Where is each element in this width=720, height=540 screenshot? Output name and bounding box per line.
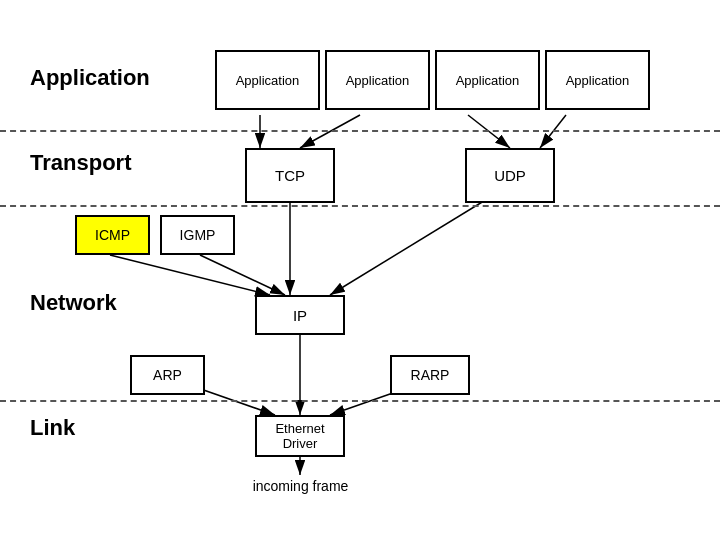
- divider-transport-network: [0, 205, 720, 207]
- application-layer-label: Application: [30, 65, 150, 91]
- network-layer-label: Network: [30, 290, 117, 316]
- diagram: Application Transport Network Link Appli…: [0, 0, 720, 540]
- transport-layer-label: Transport: [30, 150, 131, 176]
- app-box-4: Application: [545, 50, 650, 110]
- svg-line-8: [110, 255, 270, 295]
- svg-line-9: [200, 255, 285, 295]
- udp-box: UDP: [465, 148, 555, 203]
- link-layer-label: Link: [30, 415, 75, 441]
- divider-app-transport: [0, 130, 720, 132]
- igmp-box: IGMP: [160, 215, 235, 255]
- app-box-2: Application: [325, 50, 430, 110]
- app-box-3: Application: [435, 50, 540, 110]
- ip-box: IP: [255, 295, 345, 335]
- divider-network-link: [0, 400, 720, 402]
- rarp-box: RARP: [390, 355, 470, 395]
- app-box-1: Application: [215, 50, 320, 110]
- arp-box: ARP: [130, 355, 205, 395]
- ethernet-box: Ethernet Driver: [255, 415, 345, 457]
- incoming-frame-label: incoming frame: [248, 478, 353, 494]
- icmp-box: ICMP: [75, 215, 150, 255]
- tcp-box: TCP: [245, 148, 335, 203]
